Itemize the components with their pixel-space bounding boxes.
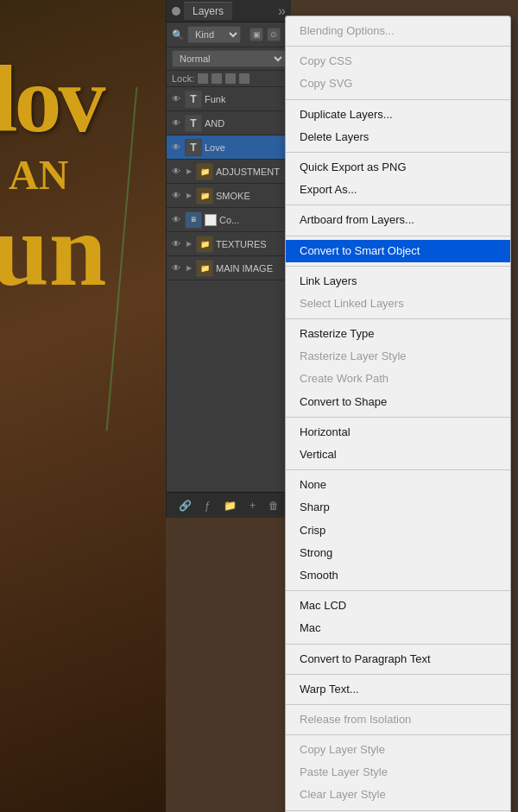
menu-item-label: Link Layers — [300, 274, 357, 289]
delete-layer-icon[interactable]: 🗑 — [268, 500, 279, 512]
menu-item-label: Select Linked Layers — [300, 296, 404, 312]
layer-visibility-icon[interactable]: 👁 — [170, 238, 182, 250]
layer-row[interactable]: 👁 T AND — [167, 111, 291, 135]
expand-icon[interactable]: ▶ — [185, 264, 193, 273]
menu-item-horizontal[interactable]: Horizontal — [286, 421, 510, 444]
menu-item-vertical[interactable]: Vertical — [286, 444, 510, 466]
menu-separator — [286, 46, 510, 47]
menu-item-quick-export-png[interactable]: Quick Export as PNG — [286, 156, 510, 179]
menu-item-rasterize-layer-style[interactable]: Rasterize Layer Style — [286, 345, 510, 368]
expand-icon[interactable]: ▶ — [185, 240, 193, 249]
menu-item-label: Export As... — [300, 182, 357, 198]
menu-item-label: Vertical — [300, 447, 337, 463]
lock-transparency-icon[interactable] — [198, 73, 208, 84]
menu-item-strong[interactable]: Strong — [286, 542, 510, 564]
menu-item-label: Horizontal — [300, 425, 351, 440]
menu-item-delete-layers[interactable]: Delete Layers — [286, 126, 510, 148]
new-group-icon[interactable]: 📁 — [224, 500, 237, 512]
menu-item-sharp[interactable]: Sharp — [286, 496, 510, 519]
menu-item-create-work-path[interactable]: Create Work Path — [286, 368, 510, 390]
menu-item-label: Copy Layer Style — [300, 742, 385, 758]
search-icon: 🔍 — [172, 29, 184, 41]
menu-item-label: Smooth — [300, 568, 338, 583]
menu-item-artboard-from-layers[interactable]: Artboard from Layers... — [286, 209, 510, 231]
menu-item-label: Sharp — [300, 500, 330, 515]
menu-item-clear-layer-style[interactable]: Clear Layer Style — [286, 784, 510, 806]
lock-position-icon[interactable] — [225, 73, 236, 84]
layer-row[interactable]: 👁 ▶ 📁 MAIN IMAGE — [167, 256, 291, 280]
menu-item-duplicate-layers[interactable]: Duplicate Layers... — [286, 104, 510, 126]
link-icon[interactable]: 🔗 — [179, 500, 192, 512]
canvas-area: lov AN un — [0, 0, 166, 812]
menu-separator — [286, 590, 510, 591]
menu-item-export-as[interactable]: Export As... — [286, 179, 510, 201]
menu-item-release-from-isolation[interactable]: Release from Isolation — [286, 708, 510, 731]
menu-item-label: Copy CSS — [300, 54, 352, 69]
new-layer-icon[interactable]: + — [250, 500, 256, 512]
menu-item-rasterize-type[interactable]: Rasterize Type — [286, 323, 510, 345]
panel-bottom-bar: 🔗 ƒ 📁 + 🗑 — [167, 492, 291, 518]
menu-item-label: Duplicate Layers... — [300, 107, 393, 123]
menu-separator — [286, 318, 510, 319]
menu-item-copy-svg[interactable]: Copy SVG — [286, 72, 510, 95]
layer-name: MAIN IMAGE — [216, 263, 287, 274]
lock-all-icon[interactable] — [239, 73, 250, 84]
menu-item-blending-options[interactable]: Blending Options... — [286, 20, 510, 42]
layer-thumbnail: T — [185, 139, 202, 156]
menu-item-label: Blending Options... — [300, 23, 395, 39]
menu-item-warp-text[interactable]: Warp Text... — [286, 678, 510, 701]
close-button[interactable] — [172, 7, 180, 16]
layer-visibility-icon[interactable]: 👁 — [170, 117, 182, 129]
menu-item-label: None — [300, 477, 326, 493]
layer-row[interactable]: 👁 T Funk — [167, 87, 291, 111]
search-row: 🔍 Kind ▣ ⊙ — [167, 22, 291, 47]
layers-list: 👁 T Funk 👁 T AND 👁 T Love 👁 ▶ 📁 ADJUSTME… — [167, 87, 291, 492]
menu-item-label: Warp Text... — [300, 682, 359, 697]
menu-item-mac-lcd[interactable]: Mac LCD — [286, 595, 510, 617]
layer-row[interactable]: 👁 ▶ 📁 ADJUSTMENT — [167, 160, 291, 184]
layer-thumbnail: 📁 — [196, 163, 213, 180]
blend-mode-select[interactable]: Normal — [172, 50, 286, 67]
menu-item-convert-to-shape[interactable]: Convert to Shape — [286, 391, 510, 413]
canvas-text-un: un — [0, 198, 106, 302]
layer-visibility-icon[interactable]: 👁 — [170, 93, 182, 105]
menu-item-link-layers[interactable]: Link Layers — [286, 270, 510, 293]
menu-item-smooth[interactable]: Smooth — [286, 564, 510, 587]
layer-name: SMOKE — [216, 191, 287, 201]
layer-visibility-icon[interactable]: 👁 — [170, 214, 182, 226]
filter-adjust-icon[interactable]: ⊙ — [267, 28, 281, 41]
layer-thumbnail: 🖥 — [185, 211, 202, 229]
menu-separator — [286, 704, 510, 705]
menu-item-crisp[interactable]: Crisp — [286, 519, 510, 542]
menu-separator — [286, 469, 510, 470]
layer-row[interactable]: 👁 🖥 Co... — [167, 208, 291, 232]
menu-item-paste-layer-style[interactable]: Paste Layer Style — [286, 761, 510, 784]
expand-icon[interactable]: ▶ — [185, 167, 193, 176]
layer-visibility-icon[interactable]: 👁 — [170, 166, 182, 178]
filter-pixel-icon[interactable]: ▣ — [250, 28, 263, 41]
menu-item-select-linked-layers[interactable]: Select Linked Layers — [286, 293, 510, 315]
panel-title-tab: Layers — [184, 2, 232, 20]
menu-item-mac[interactable]: Mac — [286, 617, 510, 639]
add-style-icon[interactable]: ƒ — [205, 500, 211, 512]
layer-visibility-icon[interactable]: 👁 — [170, 190, 182, 202]
layer-row[interactable]: 👁 ▶ 📁 SMOKE — [167, 184, 291, 208]
menu-item-copy-layer-style[interactable]: Copy Layer Style — [286, 739, 510, 761]
menu-item-copy-css[interactable]: Copy CSS — [286, 50, 510, 72]
context-menu: Blending Options... Copy CSS Copy SVG Du… — [285, 16, 511, 812]
lock-paint-icon[interactable] — [212, 73, 222, 84]
expand-icon[interactable]: ▶ — [185, 192, 193, 200]
menu-separator — [286, 152, 510, 153]
layer-visibility-icon[interactable]: 👁 — [170, 142, 182, 154]
kind-filter-select[interactable]: Kind — [187, 26, 241, 43]
layer-thumbnail: 📁 — [196, 236, 213, 253]
layer-row[interactable]: 👁 T Love — [167, 135, 291, 160]
layer-visibility-icon[interactable]: 👁 — [170, 262, 182, 274]
menu-item-convert-smart-object[interactable]: Convert to Smart Object — [286, 240, 510, 262]
menu-item-convert-paragraph-text[interactable]: Convert to Paragraph Text — [286, 648, 510, 670]
layer-thumbnail: 📁 — [196, 260, 213, 277]
layer-thumbnail: T — [185, 115, 202, 132]
menu-item-none[interactable]: None — [286, 474, 510, 496]
layer-row[interactable]: 👁 ▶ 📁 TEXTURES — [167, 232, 291, 256]
layer-name: Love — [205, 142, 287, 153]
